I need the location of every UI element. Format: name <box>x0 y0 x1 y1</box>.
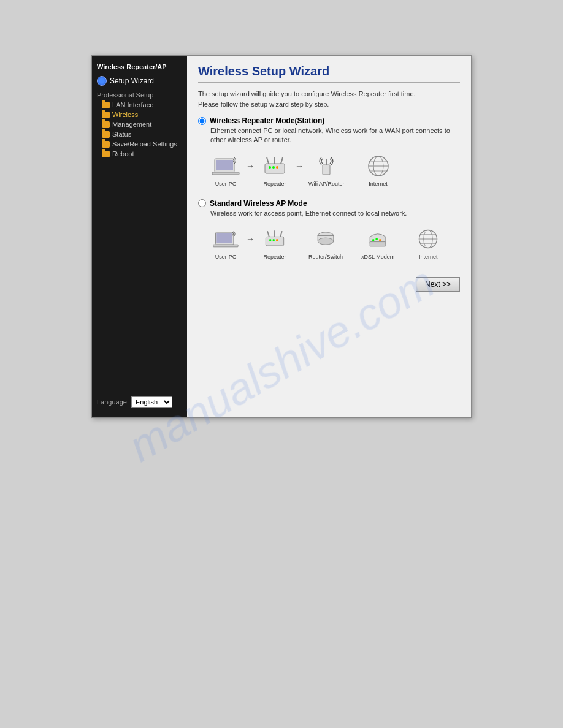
svg-point-8 <box>272 166 275 169</box>
wireless-label: Wireless <box>112 111 138 118</box>
xdsl-icon <box>362 226 393 252</box>
diagram2-userpc-icon <box>210 226 241 252</box>
globe-icon <box>97 76 107 86</box>
intro-text: The setup wizard will guide you to confi… <box>198 89 460 109</box>
arrow2: → <box>295 161 304 171</box>
diagram-label-repeater: Repeater <box>263 181 286 187</box>
internet-icon <box>363 153 394 180</box>
diagram2-internet-icon <box>413 226 443 252</box>
diagram2-item-userpc: User-PC <box>210 226 241 260</box>
svg-rect-30 <box>370 242 386 246</box>
radio-ap-mode[interactable] <box>198 199 206 207</box>
router-ui: Wireless Repeater/AP Setup Wizard Profes… <box>91 55 472 418</box>
radio-option1-desc: Ethernet connect PC or local network, Wi… <box>210 126 460 145</box>
diagram2-label-router-switch: Router/Switch <box>308 254 343 260</box>
folder-icon-save <box>102 141 110 148</box>
sidebar-item-save-reload[interactable]: Save/Reload Settings <box>92 139 187 149</box>
diagram-item-internet: Internet <box>363 153 394 187</box>
svg-rect-3 <box>265 164 285 173</box>
diagram2-repeater-icon <box>259 226 290 252</box>
wifi-ap-icon <box>311 153 342 180</box>
svg-line-21 <box>267 231 269 237</box>
intro-line1: The setup wizard will guide you to confi… <box>198 89 460 99</box>
radio-option1-row: Wireless Repeater Mode(Station) <box>198 116 460 125</box>
sidebar-item-wireless[interactable]: Wireless <box>92 110 187 119</box>
sidebar-item-lan-interface[interactable]: LAN Interface <box>92 100 187 110</box>
radio-option-ap: Standard Wireless AP Mode Wireless work … <box>198 199 460 264</box>
svg-point-29 <box>318 238 334 245</box>
arrow1: → <box>246 161 255 171</box>
svg-point-9 <box>276 166 278 169</box>
diagram-label-wifi-ap: Wifi AP/Router <box>308 181 345 187</box>
arrow2-4: — <box>399 234 408 244</box>
folder-icon <box>102 102 110 108</box>
radio-option2-title: Standard Wireless AP Mode <box>210 199 307 208</box>
setup-wizard-label: Setup Wizard <box>110 77 154 85</box>
arrow2-1: → <box>246 234 255 244</box>
management-label: Management <box>112 121 151 128</box>
svg-rect-2 <box>212 172 239 175</box>
svg-point-26 <box>276 239 278 241</box>
svg-point-32 <box>375 238 378 240</box>
diagram2-item-internet: Internet <box>413 226 443 260</box>
radio-repeater-mode[interactable] <box>198 117 206 125</box>
sidebar-item-setup-wizard[interactable]: Setup Wizard <box>92 74 187 88</box>
sidebar-brand: Wireless Repeater/AP <box>92 61 187 74</box>
diagram-item-wifi-ap: Wifi AP/Router <box>308 153 345 187</box>
sidebar-item-management[interactable]: Management <box>92 119 187 129</box>
diagram-item-userpc: User-PC <box>210 153 241 187</box>
sidebar-item-status[interactable]: Status <box>92 129 187 139</box>
radio-option2-desc: Wireless work for access point, Ethernet… <box>210 209 460 218</box>
diagram-repeater: User-PC → <box>210 149 460 191</box>
folder-icon-management <box>102 121 110 128</box>
arrow2-2: — <box>295 234 304 244</box>
arrow3: — <box>350 161 358 171</box>
svg-rect-10 <box>323 165 330 175</box>
svg-line-6 <box>281 157 283 164</box>
language-label: Language: <box>97 398 129 406</box>
diagram-label-internet1: Internet <box>369 181 388 187</box>
svg-point-7 <box>269 166 271 169</box>
router-switch-icon <box>310 226 341 252</box>
diagram2-label-repeater: Repeater <box>263 254 286 260</box>
diagram-item-repeater: Repeater <box>259 153 290 187</box>
diagram2-label-xdsl: xDSL Modem <box>361 254 394 260</box>
language-select[interactable]: English Chinese <box>131 396 172 408</box>
next-button[interactable]: Next >> <box>416 277 460 292</box>
svg-point-24 <box>269 239 272 241</box>
repeater-icon <box>259 153 290 180</box>
diagram2-item-repeater: Repeater <box>259 226 290 260</box>
radio-option1-title: Wireless Repeater Mode(Station) <box>210 116 324 125</box>
language-row: Language: English Chinese <box>92 392 187 412</box>
svg-point-25 <box>272 239 275 241</box>
professional-setup-label: Professional Setup <box>92 88 187 100</box>
diagram2-item-router-switch: Router/Switch <box>308 226 343 260</box>
radio-option2-row: Standard Wireless AP Mode <box>198 199 460 208</box>
diagram2-label-internet: Internet <box>419 254 438 260</box>
save-reload-label: Save/Reload Settings <box>112 140 177 148</box>
radio-option-repeater: Wireless Repeater Mode(Station) Ethernet… <box>198 116 460 191</box>
diagram2-label-userpc: User-PC <box>215 254 237 260</box>
svg-line-23 <box>280 231 282 237</box>
status-label: Status <box>112 131 131 138</box>
svg-line-4 <box>267 157 269 164</box>
diagram-label-userpc: User-PC <box>215 181 237 187</box>
svg-point-31 <box>372 239 375 241</box>
svg-rect-19 <box>213 245 238 247</box>
sidebar: Wireless Repeater/AP Setup Wizard Profes… <box>92 56 187 417</box>
svg-rect-20 <box>266 237 283 246</box>
intro-line2: Please follow the setup wizard step by s… <box>198 99 460 110</box>
sidebar-item-reboot[interactable]: Reboot <box>92 149 187 159</box>
folder-icon-status <box>102 131 110 138</box>
diagram-ap: User-PC → <box>210 222 460 264</box>
lan-interface-label: LAN Interface <box>112 101 153 108</box>
diagram2-item-xdsl: xDSL Modem <box>361 226 394 260</box>
button-row: Next >> <box>198 272 460 292</box>
svg-point-33 <box>379 239 381 241</box>
main-content: Wireless Setup Wizard The setup wizard w… <box>187 56 471 417</box>
arrow2-3: — <box>348 234 356 244</box>
svg-rect-18 <box>216 233 232 243</box>
userpc-icon <box>210 153 241 180</box>
folder-icon-reboot <box>102 151 110 157</box>
reboot-label: Reboot <box>112 150 134 157</box>
